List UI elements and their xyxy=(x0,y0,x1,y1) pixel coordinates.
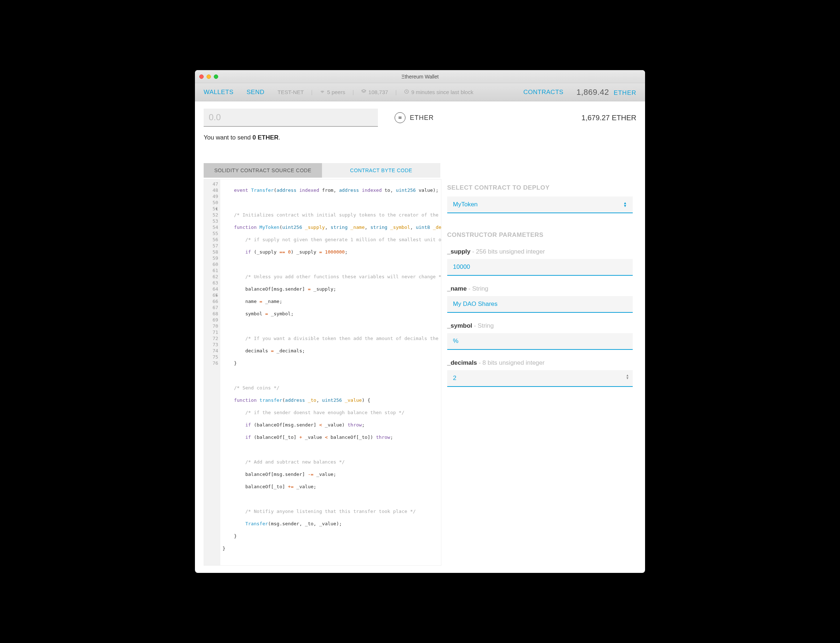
wifi-icon xyxy=(320,89,325,95)
stack-icon xyxy=(361,89,366,95)
param-name-label: _name - String xyxy=(447,285,633,292)
status-blocks: 108,737 xyxy=(368,89,388,95)
window-title: Ξthereum Wallet xyxy=(195,74,645,80)
param-symbol-label: _symbol - String xyxy=(447,322,633,330)
account-balance: 1,679.27 ETHER xyxy=(581,114,637,122)
param-decimals-input[interactable] xyxy=(447,370,633,387)
editor-gutter: 47 48 49 50 ▾51 52 53 54 55 56 57 58 59 … xyxy=(204,180,220,565)
tab-source-code[interactable]: SOLIDITY CONTRACT SOURCE CODE xyxy=(203,163,322,178)
close-icon[interactable] xyxy=(199,75,203,79)
minimize-icon[interactable] xyxy=(207,75,211,79)
titlebar: Ξthereum Wallet xyxy=(195,70,645,83)
deploy-select-title: SELECT CONTRACT TO DEPLOY xyxy=(447,184,633,191)
chevron-updown-icon: ▲▼ xyxy=(623,202,627,207)
nav-contracts[interactable]: CONTRACTS xyxy=(523,89,563,96)
status-sync: 9 minutes since last block xyxy=(411,89,474,95)
nav-send[interactable]: SEND xyxy=(246,89,264,96)
currency-selector[interactable]: ETHER xyxy=(395,112,434,123)
menu-icon xyxy=(395,112,405,123)
contract-selected: MyToken xyxy=(453,201,478,208)
status-peers: 5 peers xyxy=(327,89,345,95)
code-tabs: SOLIDITY CONTRACT SOURCE CODE CONTRACT B… xyxy=(203,163,637,178)
param-supply-label: _supply - 256 bits unsigned integer xyxy=(447,248,633,255)
code-editor[interactable]: 47 48 49 50 ▾51 52 53 54 55 56 57 58 59 … xyxy=(203,179,441,566)
stepper-icon[interactable]: ▲▼ xyxy=(626,374,629,380)
traffic-lights xyxy=(199,75,218,79)
zoom-icon[interactable] xyxy=(214,75,218,79)
tab-byte-code[interactable]: CONTRACT BYTE CODE xyxy=(322,163,440,178)
param-name-input[interactable] xyxy=(447,296,633,313)
nav-wallets[interactable]: WALLETS xyxy=(203,89,233,96)
navbar: WALLETS SEND TEST-NET | 5 peers | 108,73… xyxy=(195,83,645,101)
param-decimals-label: _decimals - 8 bits unsigned integer xyxy=(447,359,633,367)
status-network: TEST-NET xyxy=(277,89,304,95)
app-window: Ξthereum Wallet WALLETS SEND TEST-NET | … xyxy=(195,70,645,573)
clock-icon xyxy=(404,89,409,95)
currency-label: ETHER xyxy=(410,114,434,122)
param-symbol-input[interactable] xyxy=(447,333,633,350)
constructor-params-title: CONSTRUCTOR PARAMETERS xyxy=(447,232,633,239)
wallet-balance: 1,869.42 ETHER xyxy=(576,88,637,97)
param-supply-input[interactable] xyxy=(447,259,633,276)
editor-code[interactable]: event Transfer(address indexed from, add… xyxy=(220,180,441,565)
send-summary: You want to send 0 ETHER. xyxy=(203,134,637,141)
amount-input[interactable] xyxy=(203,109,378,127)
contract-select[interactable]: MyToken ▲▼ xyxy=(447,196,633,213)
deploy-panel: SELECT CONTRACT TO DEPLOY MyToken ▲▼ CON… xyxy=(447,179,637,566)
network-status: TEST-NET | 5 peers | 108,737 | 9 minutes… xyxy=(277,89,473,95)
svg-marker-0 xyxy=(361,89,366,91)
